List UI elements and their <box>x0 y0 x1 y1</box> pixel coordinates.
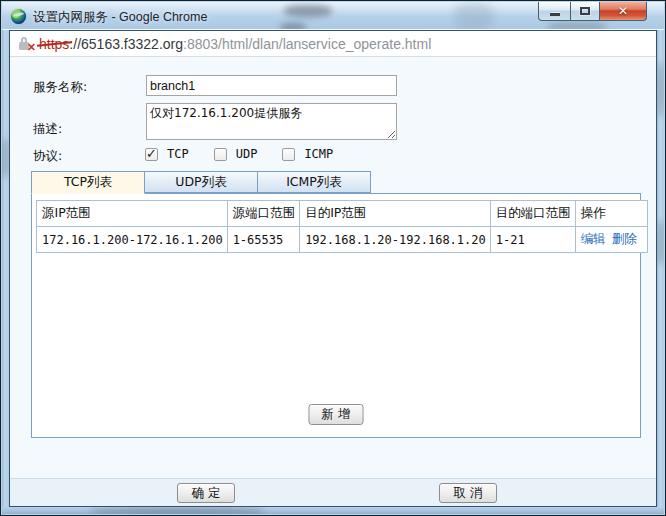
tab-icmp-list[interactable]: ICMP列表 <box>257 171 371 193</box>
table-header-row: 源IP范围 源端口范围 目的IP范围 目的端口范围 操作 <box>37 201 648 227</box>
header-dest-port-range: 目的端口范围 <box>490 201 575 227</box>
icmp-checkbox-label: ICMP <box>304 147 333 161</box>
minimize-icon <box>550 13 560 16</box>
window-controls: ✕ <box>538 2 647 21</box>
table-row: 172.16.1.200-172.16.1.200 1-65535 192.16… <box>37 227 648 253</box>
description-textarea[interactable] <box>146 103 397 140</box>
window-frame-left <box>2 30 9 515</box>
header-source-port-range: 源端口范围 <box>227 201 300 227</box>
protocol-list-tabs: TCP列表 UDP列表 ICMP列表 <box>31 171 370 194</box>
tcp-checkbox-label: TCP <box>167 147 189 161</box>
titlebar[interactable]: 设置内网服务 - Google Chrome ✕ <box>2 2 664 30</box>
glass-smudge <box>90 508 265 514</box>
tcp-checkbox[interactable]: ✓ <box>145 148 158 161</box>
chrome-popup-window: 设置内网服务 - Google Chrome ✕ ✕ https://65163… <box>0 0 666 516</box>
udp-checkbox-label: UDP <box>236 147 258 161</box>
popup-body: ✕ https://65163.f3322.org:8803/html/dlan… <box>9 30 657 507</box>
maximize-icon <box>580 7 590 15</box>
url-path: :8803/html/dlan/lanservice_operate.html <box>183 36 431 52</box>
cell-dest-ip-range: 192.168.1.20-192.168.1.20 <box>300 227 491 253</box>
header-dest-ip-range: 目的IP范围 <box>300 201 491 227</box>
tab-tcp-list[interactable]: TCP列表 <box>31 171 145 194</box>
protocol-options: ✓ TCP UDP ICMP <box>145 147 358 161</box>
glass-smudge <box>2 138 9 178</box>
icmp-checkbox[interactable] <box>282 148 295 161</box>
tab-udp-list[interactable]: UDP列表 <box>144 171 258 193</box>
close-button[interactable]: ✕ <box>600 2 647 21</box>
cancel-button[interactable]: 取 消 <box>439 483 497 503</box>
cell-actions: 编辑删除 <box>575 227 647 253</box>
ssl-error-x-icon: ✕ <box>27 42 36 53</box>
protocol-option-tcp: ✓ TCP <box>145 147 189 161</box>
window-title: 设置内网服务 - Google Chrome <box>33 9 207 26</box>
maximize-button[interactable] <box>570 2 600 21</box>
glass-smudge <box>280 23 306 30</box>
cell-source-port-range: 1-65535 <box>227 227 300 253</box>
service-rules-table: 源IP范围 源端口范围 目的IP范围 目的端口范围 操作 172.16.1.20… <box>36 200 648 253</box>
edit-link[interactable]: 编辑 <box>581 231 606 246</box>
protocol-label: 协议: <box>33 148 62 165</box>
glass-smudge <box>657 220 664 265</box>
page-content: 服务名称: 描述: 协议: ✓ TCP UDP ICMP <box>10 58 656 506</box>
description-label: 描述: <box>33 121 62 138</box>
footer-bar: 确 定 取 消 <box>10 478 656 506</box>
ok-button[interactable]: 确 定 <box>177 483 235 503</box>
delete-link[interactable]: 删除 <box>612 231 637 246</box>
minimize-button[interactable] <box>538 2 570 21</box>
glass-smudge <box>547 22 607 30</box>
globe-favicon-icon <box>11 9 26 24</box>
url-host: ://65163.f3322.org <box>69 36 183 52</box>
protocol-option-icmp: ICMP <box>282 147 333 161</box>
udp-checkbox[interactable] <box>214 148 227 161</box>
cell-source-ip-range: 172.16.1.200-172.16.1.200 <box>37 227 228 253</box>
window-frame-right <box>657 30 664 515</box>
close-icon: ✕ <box>618 5 628 17</box>
checkmark-icon: ✓ <box>146 147 157 160</box>
address-bar[interactable]: ✕ https://65163.f3322.org:8803/html/dlan… <box>10 31 656 57</box>
cell-dest-port-range: 1-21 <box>490 227 575 253</box>
glass-smudge <box>657 62 664 117</box>
protocol-option-udp: UDP <box>214 147 258 161</box>
service-name-label: 服务名称: <box>33 79 87 96</box>
tcp-list-panel: 源IP范围 源端口范围 目的IP范围 目的端口范围 操作 172.16.1.20… <box>31 193 641 438</box>
header-source-ip-range: 源IP范围 <box>37 201 228 227</box>
glass-smudge <box>454 2 494 30</box>
url-scheme-struck: https <box>39 36 69 52</box>
service-name-input[interactable] <box>146 75 397 96</box>
ssl-error-lock-icon: ✕ <box>18 36 34 51</box>
glass-smudge <box>284 5 332 17</box>
window-frame-bottom <box>2 507 664 514</box>
add-button[interactable]: 新 增 <box>309 404 364 425</box>
header-actions: 操作 <box>575 201 647 227</box>
